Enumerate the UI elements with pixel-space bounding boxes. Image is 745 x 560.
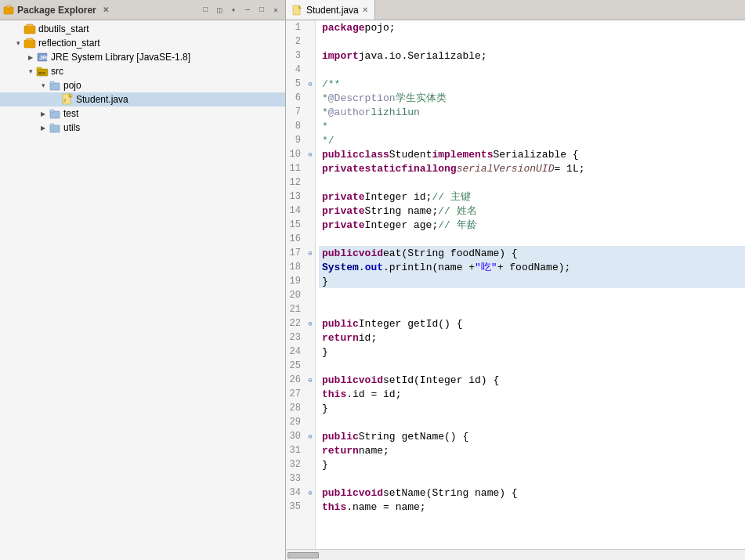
fold-indicator-30[interactable]: ⊖ [306,432,315,441]
line-number-22: 22 [286,318,306,329]
svg-rect-4 [24,40,35,48]
tree-item-src[interactable]: ▾ src src [0,64,285,78]
panel-dash-btn[interactable]: — [241,4,254,16]
line-gutter-17: 17⊖ [286,246,315,260]
line-number-19: 19 [286,276,306,287]
tree-item-student[interactable]: J Student.java [0,92,285,107]
fold-indicator-5[interactable]: ⊖ [306,80,315,89]
dropdown-panel-btn[interactable]: ▾ [227,4,240,16]
line-gutter-19: 19 [286,274,315,288]
code-content-area[interactable]: package pojo; import java.io.Serializabl… [316,20,745,549]
project-icon-reflection [24,37,36,49]
code-line-14: private String name;// 姓名 [319,204,745,218]
code-line-4 [319,63,745,77]
line-gutter-7: 7 [286,105,315,119]
line-gutter-35: 35 [286,500,315,514]
code-line-5: /** [319,77,745,91]
tree-item-jre[interactable]: ▶ JRE JRE System Library [JavaSE-1.8] [0,50,285,64]
line-gutter-3: 3 [286,49,315,63]
student-label: Student.java [76,94,285,105]
line-gutter-16: 16 [286,232,315,246]
code-line-27: this.id = id; [319,387,745,401]
code-line-19: } [319,274,745,288]
line-number-7: 7 [286,107,306,117]
line-number-33: 33 [286,473,306,484]
line-number-13: 13 [286,191,306,202]
line-gutter-26: 26⊖ [286,373,315,387]
utils-label: utils [63,122,285,133]
code-line-32: } [319,457,745,471]
code-line-7: * @author lizhilun [319,105,745,119]
line-number-10: 10 [286,149,306,160]
code-line-8: * [319,119,745,133]
line-number-32: 32 [286,459,306,470]
editor-tab-close[interactable]: ✕ [362,5,368,14]
maximize-panel-btn[interactable]: □ [255,4,268,16]
svg-rect-2 [24,26,35,34]
project-icon-dbutils [24,23,36,35]
line-gutter-29: 29 [286,415,315,429]
tree-item-utils[interactable]: ▶ utils [0,121,285,135]
reflection-arrow: ▾ [13,38,24,49]
line-number-14: 14 [286,205,306,216]
line-number-20: 20 [286,290,306,301]
editor-bottom [286,549,745,560]
code-line-12 [319,175,745,190]
svg-text:J: J [63,98,66,103]
tree-item-reflection[interactable]: ▾ reflection_start [0,36,285,50]
line-number-4: 4 [286,64,306,75]
fold-indicator-22[interactable]: ⊖ [306,320,315,328]
horizontal-scrollbar-thumb[interactable] [288,552,319,558]
fold-indicator-34[interactable]: ⊖ [306,489,315,497]
line-gutter-31: 31 [286,443,315,457]
code-line-30: public String getName() { [319,429,745,443]
line-gutter-5: 5⊖ [286,77,315,91]
fold-indicator-26[interactable]: ⊖ [306,376,315,385]
code-line-23: return id; [319,331,745,345]
line-gutter-22: 22⊖ [286,316,315,331]
line-gutter-2: 2 [286,34,315,49]
tree-item-dbutils[interactable]: dbutils_start [0,22,285,36]
tree-item-test[interactable]: ▶ test [0,107,285,121]
svg-rect-11 [50,83,60,90]
jre-label: JRE System Library [JavaSE-1.8] [51,52,285,63]
code-line-17: public void eat(String foodName) { [319,246,745,260]
line-gutter-9: 9 [286,133,315,147]
code-line-25 [319,359,745,373]
test-label: test [63,108,285,119]
line-gutter-8: 8 [286,119,315,133]
line-gutter-28: 28 [286,401,315,415]
code-line-20 [319,288,745,302]
line-number-18: 18 [286,262,306,273]
close-panel-btn[interactable]: ✕ [269,4,282,16]
panel-close-icon[interactable]: ✕ [103,5,109,14]
line-number-34: 34 [286,487,306,498]
line-number-25: 25 [286,360,306,371]
jre-arrow: ▶ [25,52,36,63]
code-line-15: private Integer age;// 年龄 [319,218,745,232]
line-number-1: 1 [286,22,306,33]
line-gutter-15: 15 [286,218,315,232]
tree-item-pojo[interactable]: ▾ pojo [0,78,285,92]
line-number-5: 5 [286,78,306,89]
line-gutter-11: 11 [286,161,315,175]
code-line-10: public class Student implements Serializ… [319,147,745,161]
src-arrow: ▾ [25,66,36,77]
restore-panel-btn[interactable]: ◫ [213,4,226,16]
code-line-2 [319,34,745,49]
fold-indicator-17[interactable]: ⊖ [306,249,315,258]
line-number-11: 11 [286,163,306,174]
fold-indicator-10[interactable]: ⊖ [306,150,315,159]
tree-view: dbutils_start ▾ reflection_start ▶ JRE J [0,20,285,560]
line-gutter-24: 24 [286,345,315,359]
minimize-panel-btn[interactable]: □ [199,4,212,16]
src-label: src [51,66,285,77]
line-gutter-12: 12 [286,175,315,190]
line-number-9: 9 [286,135,306,146]
line-number-35: 35 [286,501,306,512]
editor-content: 12345⊖678910⊖11121314151617⊖1819202122⊖2… [286,20,745,549]
editor-tab-student[interactable]: Student.java ✕ [286,0,375,20]
line-number-2: 2 [286,36,306,47]
line-number-3: 3 [286,50,306,61]
panel-header: Package Explorer ✕ □ ◫ ▾ — □ ✕ [0,0,285,20]
